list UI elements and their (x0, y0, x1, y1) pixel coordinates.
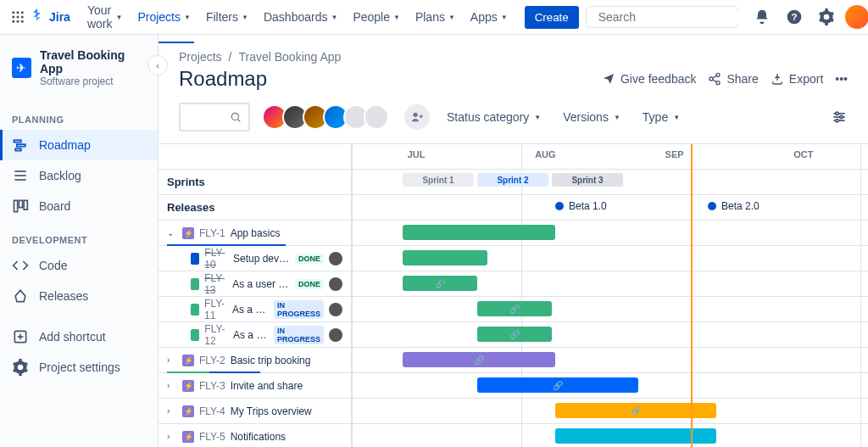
row-fly-11[interactable]: FLY-11As a user...IN PROGRESS🔗 (159, 297, 868, 322)
versions-filter[interactable]: Versions▼ (558, 107, 626, 127)
issue-key: FLY-5 (199, 431, 225, 443)
type-filter[interactable]: Type▼ (637, 107, 685, 127)
issue-key: FLY-3 (199, 380, 225, 392)
expand-toggle-icon[interactable]: › (167, 381, 177, 390)
chevron-down-icon: ▼ (393, 14, 400, 21)
timeline-bar[interactable] (403, 250, 487, 265)
notifications-icon[interactable] (748, 3, 776, 31)
status-badge: DONE (295, 279, 324, 289)
issue-summary: Setup dev and ... (233, 253, 290, 265)
nav-people[interactable]: People▼ (346, 0, 407, 36)
share-button[interactable]: Share (708, 72, 758, 86)
sprint-sprint-2[interactable]: Sprint 2 (477, 173, 548, 187)
settings-icon[interactable] (813, 3, 840, 31)
row-fly-1[interactable]: ⌄⚡FLY-1App basics (159, 221, 868, 246)
sprint-sprint-3[interactable]: Sprint 3 (552, 173, 623, 187)
expand-toggle-icon[interactable]: ⌄ (167, 228, 177, 237)
timeline-bar[interactable]: 🔗 (477, 301, 552, 316)
svg-rect-19 (14, 200, 18, 211)
assignee-avatar[interactable] (329, 277, 342, 291)
page-title: Roadmap (179, 67, 267, 91)
sidebar-item-roadmap[interactable]: Roadmap (0, 130, 158, 160)
nav-apps[interactable]: Apps▼ (464, 0, 515, 36)
sidebar-item-backlog[interactable]: Backlog (0, 160, 158, 191)
release-beta-1-0[interactable]: Beta 1.0 (555, 200, 607, 212)
give-feedback-button[interactable]: Give feedback (602, 72, 697, 86)
timeline-bar[interactable] (403, 225, 555, 240)
assignee-filter[interactable] (262, 104, 389, 130)
breadcrumb-projects[interactable]: Projects (179, 50, 222, 64)
more-actions-icon[interactable]: ••• (835, 72, 848, 86)
timeline-bar[interactable] (555, 428, 716, 444)
row-fly-4[interactable]: ›⚡FLY-4My Trips overview🔗 (159, 399, 868, 424)
story-icon (191, 304, 199, 316)
chevron-down-icon: ▼ (115, 14, 122, 21)
issue-summary: Notifications (231, 431, 286, 443)
row-fly-13[interactable]: FLY-13As a user I can ...DONE🔗 (159, 271, 868, 297)
expand-toggle-icon[interactable]: › (167, 432, 177, 441)
board-icon (12, 198, 29, 215)
assignee-avatar[interactable] (329, 328, 342, 342)
sidebar-item-code[interactable]: Code (0, 250, 158, 281)
timeline-bar[interactable]: 🔗 (403, 276, 477, 291)
add-people-icon[interactable] (404, 104, 430, 130)
timeline-bar[interactable]: 🔗 (403, 352, 555, 367)
settings-icon (12, 359, 29, 376)
issue-key: FLY-2 (199, 355, 225, 366)
project-name: Travel Booking App (40, 48, 146, 75)
help-icon[interactable]: ? (781, 3, 808, 31)
svg-point-1 (17, 11, 19, 14)
sidebar-item-project-settings[interactable]: Project settings (0, 352, 158, 383)
sidebar-item-releases[interactable]: Releases (0, 281, 158, 311)
timeline-bar[interactable]: 🔗 (477, 327, 552, 342)
user-avatar[interactable] (845, 5, 868, 29)
chevron-down-icon: ▼ (501, 14, 508, 21)
svg-point-32 (413, 113, 417, 117)
nav-dashboards[interactable]: Dashboards▼ (257, 0, 344, 36)
assignee-avatar[interactable] (329, 303, 342, 316)
logo-text: Jira (49, 10, 70, 24)
row-fly-2[interactable]: ›⚡FLY-2Basic trip booking🔗 (159, 348, 868, 373)
filter-search-input[interactable] (179, 103, 250, 131)
row-fly-10[interactable]: FLY-10Setup dev and ...DONE (159, 246, 868, 271)
svg-rect-14 (17, 144, 25, 147)
issue-key: FLY-11 (204, 298, 227, 321)
sidebar-item-add-shortcut[interactable]: Add shortcut (0, 321, 158, 352)
export-button[interactable]: Export (771, 72, 823, 86)
jira-logo[interactable]: Jira (29, 8, 70, 25)
timeline-bar[interactable]: 🔗 (477, 377, 638, 393)
sprint-sprint-1[interactable]: Sprint 1 (403, 173, 474, 187)
search-input[interactable] (598, 10, 747, 24)
sidebar-item-board[interactable]: Board (0, 191, 158, 221)
release-beta-2-0[interactable]: Beta 2.0 (708, 200, 760, 212)
nav-projects[interactable]: Projects▼ (131, 0, 198, 36)
svg-point-7 (17, 20, 19, 23)
create-button[interactable]: Create (525, 6, 579, 29)
link-icon: 🔗 (631, 406, 641, 416)
nav-filters[interactable]: Filters▼ (199, 0, 255, 36)
status-category-filter[interactable]: Status category▼ (442, 107, 546, 127)
svg-rect-20 (19, 200, 22, 207)
nav-plans[interactable]: Plans▼ (409, 0, 462, 36)
timeline-bar[interactable]: 🔗 (555, 403, 716, 418)
issue-key: FLY-13 (204, 272, 227, 296)
link-icon: 🔗 (474, 355, 484, 365)
expand-toggle-icon[interactable]: › (167, 406, 177, 416)
global-search[interactable] (586, 6, 738, 28)
releases-icon (12, 288, 29, 305)
view-settings-icon[interactable] (831, 109, 848, 126)
project-header[interactable]: ✈ Travel Booking App Software project (0, 48, 158, 87)
row-fly-5[interactable]: ›⚡FLY-5Notifications (159, 424, 868, 447)
expand-toggle-icon[interactable]: › (167, 355, 177, 365)
svg-point-2 (21, 11, 24, 14)
main-content: Projects / Travel Booking App Roadmap Gi… (159, 35, 868, 447)
project-icon: ✈ (12, 58, 31, 78)
row-fly-3[interactable]: ›⚡FLY-3Invite and share🔗 (159, 373, 868, 399)
sidebar-collapse-button[interactable]: ‹ (147, 55, 168, 75)
app-switcher-icon[interactable] (10, 7, 25, 27)
breadcrumb-project[interactable]: Travel Booking App (238, 50, 341, 64)
releases-row: Beta 1.0Beta 2.0 (352, 195, 868, 220)
row-fly-12[interactable]: FLY-12As a use...IN PROGRESS🔗 (159, 322, 868, 348)
nav-your-work[interactable]: Your work▼ (81, 0, 129, 36)
assignee-avatar[interactable] (329, 252, 342, 265)
